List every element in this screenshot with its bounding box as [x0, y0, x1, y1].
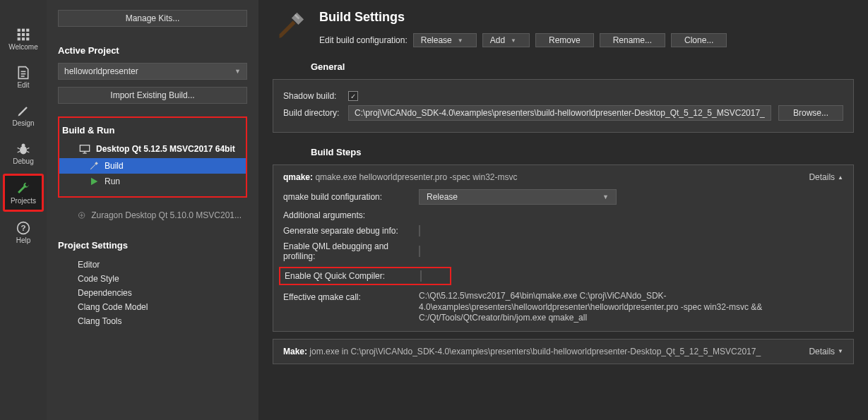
add-button[interactable]: Add ▼: [482, 33, 530, 47]
main-header: Build Settings Edit build configuration:…: [273, 10, 854, 47]
active-project-title: Active Project: [58, 45, 247, 56]
make-title: Make:: [283, 347, 307, 356]
mode-design-label: Design: [12, 119, 34, 127]
mode-debug[interactable]: Debug: [4, 136, 42, 171]
mode-welcome[interactable]: Welcome: [4, 21, 42, 56]
qml-debug-checkbox[interactable]: [419, 246, 420, 257]
build-dir-input[interactable]: [348, 105, 771, 121]
clone-button[interactable]: Clone...: [671, 33, 727, 47]
gen-debug-checkbox[interactable]: [419, 225, 420, 236]
svg-point-12: [20, 145, 27, 154]
svg-rect-0: [18, 28, 20, 31]
kit-name: Desktop Qt 5.12.5 MSVC2017 64bit: [96, 144, 235, 154]
help-icon: ?: [16, 221, 30, 235]
svg-rect-5: [26, 32, 29, 35]
make-step-panel: Make: jom.exe in C:\proj\ViCANdo_SDK-4.0…: [273, 339, 854, 364]
chevron-up-icon: ▲: [838, 174, 843, 181]
main-content: Build Settings Edit build configuration:…: [258, 0, 868, 420]
svg-point-13: [22, 143, 25, 147]
side-panel: Manage Kits... Active Project helloworld…: [47, 0, 258, 420]
document-icon: [16, 66, 30, 80]
qmake-form: qmake build configuration: Release ▼ Add…: [283, 189, 843, 324]
other-kit[interactable]: Zuragon Desktop Qt 5.10.0 MSVC201...: [58, 206, 247, 224]
mode-edit[interactable]: Edit: [4, 59, 42, 95]
plus-circle-icon: [78, 210, 85, 220]
rename-button[interactable]: Rename...: [600, 33, 665, 47]
mode-edit-label: Edit: [17, 81, 29, 89]
mode-help[interactable]: ? Help: [4, 215, 42, 250]
edit-config-label: Edit build configuration:: [319, 35, 408, 45]
kit-build-item[interactable]: Build: [59, 158, 246, 174]
kit-build-label: Build: [105, 161, 124, 171]
project-settings-title: Project Settings: [58, 240, 247, 251]
svg-line-16: [18, 151, 20, 152]
svg-line-17: [27, 151, 29, 152]
chevron-down-icon: ▼: [602, 193, 609, 200]
svg-line-14: [18, 148, 20, 149]
make-subtitle: jom.exe in C:\proj\ViCANdo_SDK-4.0\examp…: [309, 347, 761, 356]
config-row: Edit build configuration: Release ▼ Add …: [319, 33, 727, 47]
chevron-down-icon: ▼: [234, 68, 241, 75]
svg-rect-3: [18, 32, 20, 35]
kit-run-label: Run: [105, 176, 120, 186]
active-project-value: helloworldpresenter: [64, 66, 138, 76]
svg-text:?: ?: [20, 223, 25, 232]
remove-button[interactable]: Remove: [535, 33, 594, 47]
svg-rect-4: [22, 32, 25, 35]
svg-rect-8: [26, 37, 29, 40]
make-step-header: Make: jom.exe in C:\proj\ViCANdo_SDK-4.0…: [283, 347, 843, 356]
chevron-down-icon: ▼: [838, 348, 843, 354]
qml-debug-label: Enable QML debugging and profiling:: [283, 241, 410, 261]
mode-toolbar: Welcome Edit Design Debug Projects ? Hel…: [0, 0, 47, 420]
setting-clang-code-model[interactable]: Clang Code Model: [78, 300, 247, 314]
hammer-icon: [89, 161, 99, 171]
add-label: Add: [490, 35, 505, 45]
setting-editor[interactable]: Editor: [78, 258, 247, 272]
general-title: General: [311, 61, 854, 72]
build-run-highlight: Build & Run Desktop Qt 5.12.5 MSVC2017 6…: [58, 116, 247, 198]
bug-icon: [16, 142, 30, 156]
effective-call-label: Effective qmake call:: [283, 291, 410, 302]
svg-rect-1: [22, 28, 25, 31]
quick-compiler-highlight: Enable Qt Quick Compiler:: [279, 267, 451, 285]
setting-clang-tools[interactable]: Clang Tools: [78, 314, 247, 328]
make-details-toggle[interactable]: Details ▼: [809, 347, 843, 356]
details-label: Details: [809, 347, 835, 356]
kit-run-item[interactable]: Run: [59, 174, 246, 189]
shadow-build-label: Shadow build:: [283, 91, 341, 101]
active-project-combo[interactable]: helloworldpresenter ▼: [58, 63, 247, 80]
effective-call-value: C:\Qt\5.12.5\msvc2017_64\bin\qmake.exe C…: [419, 291, 843, 324]
page-title: Build Settings: [319, 10, 727, 25]
add-args-label: Additional arguments:: [283, 210, 410, 220]
qmake-details-toggle[interactable]: Details ▲: [809, 172, 843, 182]
mode-design[interactable]: Design: [4, 97, 42, 133]
qmake-subtitle: qmake.exe helloworldpresenter.pro -spec …: [315, 172, 517, 182]
qmake-step-header: qmake: qmake.exe helloworldpresenter.pro…: [283, 172, 843, 182]
mode-welcome-label: Welcome: [8, 43, 38, 51]
gen-debug-label: Generate separate debug info:: [283, 226, 410, 236]
config-combo[interactable]: Release ▼: [413, 33, 477, 47]
mode-debug-label: Debug: [13, 157, 33, 165]
qmake-config-value: Release: [427, 192, 458, 202]
monitor-icon: [79, 144, 90, 154]
config-value: Release: [421, 35, 452, 45]
kit-header[interactable]: Desktop Qt 5.12.5 MSVC2017 64bit: [59, 140, 246, 158]
manage-kits-button[interactable]: Manage Kits...: [58, 10, 247, 27]
build-run-title: Build & Run: [59, 125, 246, 136]
mode-projects-label: Projects: [11, 197, 36, 205]
grid-icon: [16, 28, 30, 42]
svg-line-15: [27, 148, 29, 149]
shadow-build-checkbox[interactable]: ✓: [348, 91, 358, 101]
setting-code-style[interactable]: Code Style: [78, 272, 247, 286]
quick-compiler-checkbox[interactable]: [420, 270, 422, 282]
pencil-icon: [16, 104, 30, 118]
build-steps-title: Build Steps: [311, 147, 854, 157]
other-kit-label: Zuragon Desktop Qt 5.10.0 MSVC201...: [91, 210, 242, 220]
chevron-down-icon: ▼: [511, 37, 516, 44]
qmake-step-panel: qmake: qmake.exe helloworldpresenter.pro…: [273, 164, 854, 332]
import-build-button[interactable]: Import Existing Build...: [58, 87, 247, 104]
setting-dependencies[interactable]: Dependencies: [78, 286, 247, 300]
mode-projects[interactable]: Projects: [3, 174, 44, 212]
qmake-config-combo[interactable]: Release ▼: [419, 189, 617, 205]
browse-button[interactable]: Browse...: [778, 105, 843, 121]
